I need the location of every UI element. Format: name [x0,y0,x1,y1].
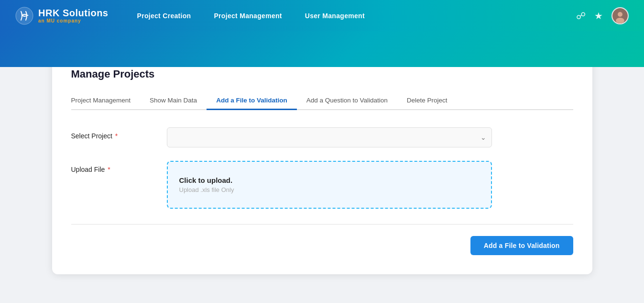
upload-file-control: Click to upload. Upload .xls file Only [167,161,492,209]
upload-main-text: Click to upload. [179,176,233,184]
upload-required-marker: * [106,166,110,173]
nav-actions: ☍ ★ [576,7,629,24]
brand-text: HRK Solutions an MU company [38,8,109,23]
hero-area [0,31,644,67]
tab-delete-project[interactable]: Delete Project [397,92,457,110]
upload-file-label: Upload File * [71,161,167,173]
select-project-label: Select Project * [71,127,167,140]
navbar: HRK Solutions an MU company Project Crea… [0,0,644,31]
tab-add-file[interactable]: Add a File to Validation [207,92,297,110]
divider [71,224,573,224]
select-project-control: ⌄ [167,127,492,147]
submit-row: Add a File to Validation [71,236,573,255]
nav-link-user-management[interactable]: User Management [305,12,365,20]
brand-logo-icon [15,7,33,25]
tab-show-main-data[interactable]: Show Main Data [140,92,207,110]
select-wrapper: ⌄ [167,127,492,147]
message-icon[interactable]: ☍ [576,10,586,22]
page-title: Manage Projects [71,68,573,80]
required-marker: * [113,132,118,140]
nav-links: Project Creation Project Management User… [137,12,577,20]
brand: HRK Solutions an MU company [15,7,109,25]
brand-sub: an MU company [38,18,109,23]
upload-area[interactable]: Click to upload. Upload .xls file Only [167,161,492,209]
brand-name: HRK Solutions [38,8,109,18]
upload-file-row: Upload File * Click to upload. Upload .x… [71,161,573,209]
nav-link-project-creation[interactable]: Project Creation [137,12,191,20]
card: Manage Projects Project Management Show … [52,53,592,274]
submit-button[interactable]: Add a File to Validation [470,236,573,255]
settings-icon[interactable]: ★ [594,10,603,22]
main-content: Manage Projects Project Management Show … [0,53,644,293]
avatar[interactable] [611,7,629,24]
tabs: Project Management Show Main Data Add a … [71,92,573,110]
nav-link-project-management[interactable]: Project Management [214,12,282,20]
select-project-dropdown[interactable] [167,127,492,147]
tab-project-management[interactable]: Project Management [71,92,141,110]
select-project-row: Select Project * ⌄ [71,127,573,147]
upload-sub-text: Upload .xls file Only [179,186,234,193]
tab-add-question[interactable]: Add a Question to Validation [297,92,397,110]
svg-point-3 [616,18,624,23]
svg-point-2 [618,12,622,17]
